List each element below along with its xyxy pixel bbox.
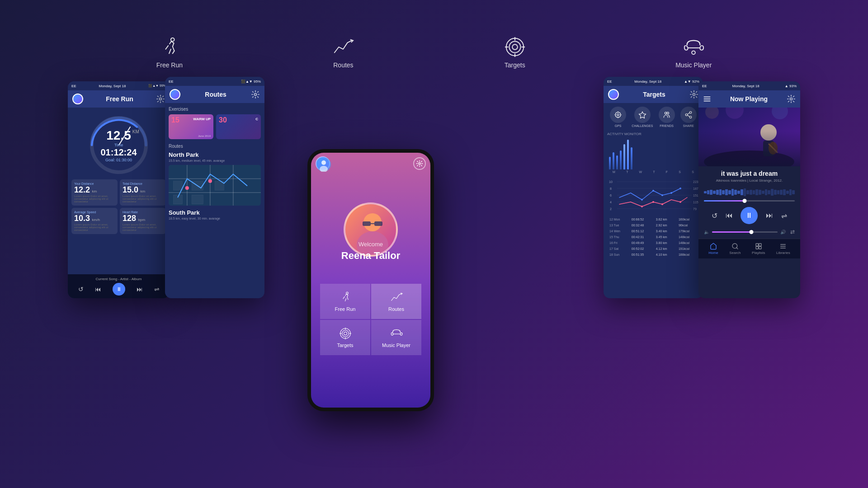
activity-label: ACTIVITY MONITOR <box>607 132 699 136</box>
next-button[interactable]: ⏭ <box>137 286 143 293</box>
play-pause-button[interactable]: ⏸ <box>113 283 125 296</box>
prev-button[interactable]: ⏮ <box>95 286 101 293</box>
svg-point-83 <box>661 203 663 205</box>
stat-desc-1: Lorem ipsum Dolor sit amet, consectetur … <box>123 195 163 203</box>
wave-bar <box>765 189 768 195</box>
svg-point-28 <box>321 160 326 165</box>
wave-bar <box>746 190 749 194</box>
target-icons-row: GPS CHALLENGES FRIENDS <box>607 107 699 127</box>
menu-routes-label: Routes <box>388 306 404 312</box>
table-row: 14 Wen 00:51:12 3.40 km 179kcal <box>608 229 698 234</box>
svg-point-48 <box>617 114 619 116</box>
svg-rect-34 <box>363 221 371 226</box>
progress-dot <box>743 199 747 203</box>
wave-bar <box>741 189 743 195</box>
challenges-label: CHALLENGES <box>632 124 653 127</box>
svg-rect-26 <box>192 195 203 204</box>
play-pause-main-button[interactable]: ⏸ <box>741 207 758 224</box>
exercise-card-1[interactable]: 30 C <box>216 114 261 139</box>
progress-track[interactable] <box>704 200 795 202</box>
user-name: Reena Tailor <box>311 250 430 262</box>
free-run-player-bar: Current Song - Artist - Album ↺ ⏮ ⏸ ⏭ ⇌ <box>68 274 170 298</box>
targets-avatar[interactable] <box>608 89 619 100</box>
nav-libraries[interactable]: Libraries <box>776 243 790 255</box>
menu-music[interactable]: Music Player <box>371 320 421 355</box>
target-share[interactable]: SHARE <box>680 107 697 127</box>
targets-gear-icon[interactable] <box>689 90 698 99</box>
svg-point-76 <box>641 199 643 201</box>
svg-point-3 <box>512 44 518 50</box>
map-svg <box>169 165 261 206</box>
wave-bar <box>786 191 789 194</box>
shuffle-icon[interactable]: ⇌ <box>781 211 787 220</box>
nav-search[interactable]: Search <box>729 243 741 255</box>
wave-bar <box>704 191 707 193</box>
free-run-gear-icon[interactable] <box>156 94 165 103</box>
shuffle-icon-2[interactable]: ⇄ <box>790 229 795 235</box>
stat-desc-3: Lorem ipsum Dolor sit amet, consectetur … <box>123 223 163 231</box>
exercise-card-0[interactable]: 15 WARM UP June 2019 <box>169 114 213 139</box>
target-friends[interactable]: FRIENDS <box>659 107 675 127</box>
album-art-overlay <box>698 108 800 166</box>
routes-avatar[interactable] <box>170 89 180 100</box>
targets-icon-item[interactable]: Targets <box>504 36 526 69</box>
menu-routes[interactable]: Routes <box>371 284 421 319</box>
music-controls: ↺ ⏮ ⏸ ⏭ ⇌ <box>698 205 800 226</box>
free-run-icon-item[interactable]: Free Run <box>156 36 183 69</box>
exercises-label: Exercises <box>169 107 261 112</box>
wave-bar <box>755 189 758 196</box>
volume-track[interactable] <box>712 231 778 233</box>
nav-playlists[interactable]: Playlists <box>752 243 765 255</box>
routes-icon-item[interactable]: Routes <box>332 36 354 69</box>
player-controls: ↺ ⏮ ⏸ ⏭ ⇌ <box>72 283 165 296</box>
music-gear-icon[interactable] <box>787 94 796 103</box>
svg-point-55 <box>667 112 669 114</box>
free-run-avatar[interactable] <box>72 94 83 104</box>
vol-icon-left: 🔈 <box>704 230 709 235</box>
center-phone: Welcome Reena Tailor Free Run <box>307 149 434 411</box>
center-gear-button[interactable] <box>413 157 426 170</box>
free-run-title: Free Run <box>83 95 156 103</box>
routes-gear-icon[interactable] <box>251 90 260 99</box>
routes-title: Routes <box>180 91 251 98</box>
friends-label: FRIENDS <box>660 124 674 127</box>
free-run-status-bar: EE Monday, Sept 18 ⬛▲▼ 99% <box>68 81 170 90</box>
exercise-cards: 15 WARM UP June 2019 30 C <box>169 114 261 139</box>
menu-free-run[interactable]: Free Run <box>320 284 370 319</box>
svg-text:151: 151 <box>693 194 698 197</box>
svg-point-78 <box>661 194 663 196</box>
stat-value-0: 12.2 km <box>74 185 115 195</box>
repeat-icon[interactable]: ↺ <box>712 211 717 220</box>
target-gps[interactable]: GPS <box>610 107 626 127</box>
wave-bar <box>789 189 792 195</box>
table-row: 15 Thu 00:42:31 3.45 km 148kcal <box>608 235 698 239</box>
prev-track-button[interactable]: ⏮ <box>726 211 733 220</box>
wave-bar <box>737 191 740 194</box>
music-content: it was just a dream Alkinoos Ioannides |… <box>698 108 800 298</box>
progress-area[interactable] <box>698 200 800 202</box>
table-row: 13 Tue 00:32:48 2.92 km 96kcal <box>608 223 698 228</box>
shuffle-button[interactable]: ⇌ <box>154 286 160 293</box>
menu-targets[interactable]: Targets <box>320 320 370 355</box>
runner-icon <box>159 36 180 58</box>
music-icon-item[interactable]: Music Player <box>675 36 712 69</box>
targets-status-bar: EE Monday, Sept 18 ▲▼ 92% <box>604 77 703 86</box>
music-menu-icon[interactable] <box>703 95 711 103</box>
svg-point-56 <box>689 112 692 114</box>
next-track-button[interactable]: ⏭ <box>766 211 773 220</box>
center-avatar[interactable] <box>316 156 330 171</box>
repeat-button[interactable]: ↺ <box>78 286 84 293</box>
waveform <box>698 184 800 200</box>
svg-point-57 <box>685 114 688 116</box>
stats-grid: Your Distance 12.2 km Lorem ipsum Dolor … <box>71 179 166 234</box>
route-south-park: South Park <box>169 209 261 216</box>
svg-rect-22 <box>173 181 182 190</box>
table-row: 12 Mon 00:66:52 3.62 km 160kcal <box>608 217 698 222</box>
time-label: Time <box>100 143 137 147</box>
target-challenges[interactable]: CHALLENGES <box>632 107 653 127</box>
wave-bar <box>707 190 710 194</box>
svg-point-77 <box>652 190 654 192</box>
speed-display: 12.5 KM Time 01:12:24 Goal: 01:30:00 <box>100 128 137 162</box>
stat-label-0: Your Distance <box>74 182 115 185</box>
nav-home[interactable]: Home <box>708 243 718 255</box>
